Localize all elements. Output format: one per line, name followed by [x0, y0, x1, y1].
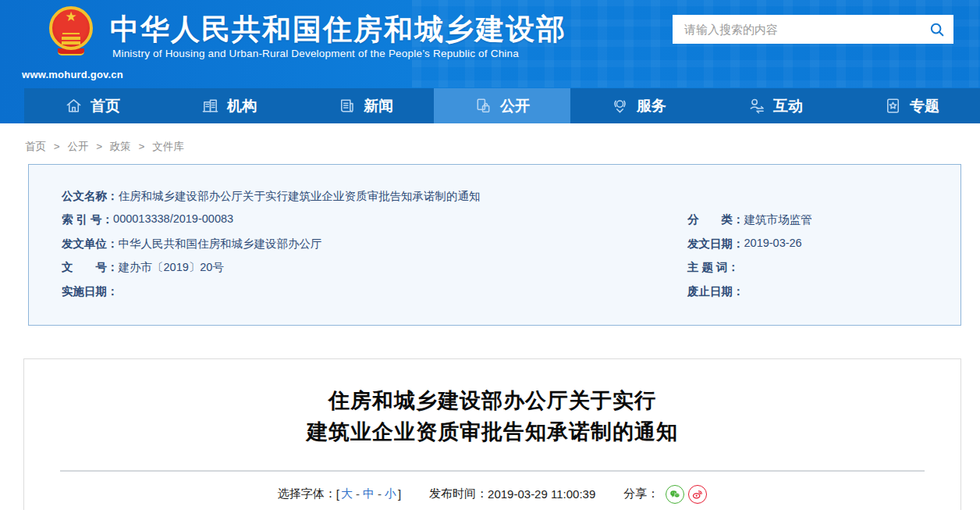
star-badge-icon	[884, 97, 902, 115]
emblem-stars: ★	[52, 10, 90, 24]
meta-value: 2019-03-26	[744, 237, 802, 251]
meta-row-index-category: 索 引 号： 000013338/2019-00083 分 类： 建筑市场监管	[62, 209, 960, 233]
font-size-large-link[interactable]: 大	[341, 487, 353, 501]
breadcrumb-home[interactable]: 首页	[25, 141, 46, 152]
share-label: 分享：	[623, 487, 659, 501]
font-size-medium-link[interactable]: 中	[363, 487, 375, 501]
meta-row-docnumber-keywords: 文 号： 建办市〔2019〕20号 主 题 词：	[62, 256, 960, 280]
site-url: www.mohurd.gov.cn	[22, 69, 123, 80]
site-title: 中华人民共和国住房和城乡建设部	[110, 10, 566, 49]
nav-tab-label: 互动	[773, 96, 803, 116]
meta-label: 分 类：	[687, 212, 744, 227]
meta-value: 住房和城乡建设部办公厅关于实行建筑业企业资质审批告知承诺制的通知	[119, 189, 481, 204]
national-emblem-logo[interactable]: ★	[47, 6, 95, 62]
search-input[interactable]	[673, 23, 921, 36]
publish-time-value: 2019-03-29 11:00:39	[488, 487, 595, 501]
breadcrumb-open[interactable]: 公开	[67, 141, 88, 152]
font-select-separator: -	[378, 487, 382, 501]
share-controls: 分享：	[623, 485, 707, 504]
share-wechat-button[interactable]	[666, 485, 684, 504]
site-header: ★ www.mohurd.gov.cn 中华人民共和国住房和城乡建设部 Mini…	[0, 0, 980, 123]
home-icon	[65, 97, 83, 115]
search-box	[673, 15, 953, 44]
nav-tab-label: 新闻	[364, 96, 393, 116]
meta-value: 建筑市场监管	[744, 212, 812, 227]
meta-row-effective-repeal: 实施日期： 废止日期：	[62, 280, 960, 304]
meta-label: 废止日期：	[687, 284, 744, 299]
document-title-line2: 建筑业企业资质审批告知承诺制的通知	[24, 416, 960, 447]
nav-tab-label: 公开	[500, 96, 530, 116]
font-select-bracket-open: [	[336, 487, 339, 501]
meta-label: 公文名称：	[62, 189, 119, 204]
building-icon	[201, 97, 219, 115]
meta-label: 索 引 号：	[62, 212, 113, 227]
breadcrumb-document-library[interactable]: 文件库	[152, 141, 184, 152]
document-toolbar: 选择字体： [ 大 - 中 - 小 ] 发布时间： 2019-03-29 11:…	[24, 485, 960, 504]
font-size-selector: 选择字体： [ 大 - 中 - 小 ]	[278, 487, 401, 501]
nav-tab-news[interactable]: 新闻	[297, 88, 434, 123]
font-size-small-link[interactable]: 小	[385, 487, 396, 501]
meta-label: 发文日期：	[687, 237, 744, 251]
font-select-bracket-close: ]	[398, 487, 401, 501]
breadcrumb: 首页 > 公开 > 政策 > 文件库	[0, 123, 980, 154]
nav-tab-label: 机构	[227, 96, 257, 116]
emblem-circle: ★	[49, 6, 93, 50]
site-subtitle-english: Ministry of Housing and Urban-Rural Deve…	[112, 48, 519, 59]
breadcrumb-separator: >	[139, 141, 145, 152]
weibo-icon	[691, 488, 704, 501]
nav-tab-label: 首页	[91, 96, 120, 116]
document-title-line1: 住房和城乡建设部办公厅关于实行	[24, 385, 960, 416]
document-content-card: 住房和城乡建设部办公厅关于实行 建筑业企业资质审批告知承诺制的通知 选择字体： …	[23, 358, 961, 510]
nav-tab-label: 服务	[637, 96, 666, 116]
breadcrumb-policy[interactable]: 政策	[110, 141, 131, 152]
nav-tab-home[interactable]: 首页	[24, 88, 161, 123]
nav-tab-topics[interactable]: 专题	[843, 88, 980, 123]
news-icon	[338, 97, 356, 115]
document-metadata-box: 公文名称： 住房和城乡建设部办公厅关于实行建筑业企业资质审批告知承诺制的通知 索…	[28, 164, 961, 326]
person-arrows-icon	[747, 97, 765, 115]
meta-label: 文 号：	[62, 260, 119, 275]
meta-label: 主 题 词：	[687, 260, 739, 275]
font-select-separator: -	[356, 487, 360, 501]
publish-time: 发布时间： 2019-03-29 11:00:39	[429, 487, 595, 501]
wechat-icon	[669, 488, 681, 501]
meta-row-document-name: 公文名称： 住房和城乡建设部办公厅关于实行建筑业企业资质审批告知承诺制的通知	[62, 184, 960, 209]
breadcrumb-separator: >	[96, 141, 102, 152]
font-select-label: 选择字体：	[278, 487, 336, 501]
nav-tab-services[interactable]: 服务	[570, 88, 707, 123]
document-title: 住房和城乡建设部办公厅关于实行 建筑业企业资质审批告知承诺制的通知	[24, 385, 960, 447]
documents-lock-icon	[474, 97, 492, 115]
breadcrumb-separator: >	[54, 141, 60, 152]
publish-time-label: 发布时间：	[429, 487, 488, 501]
emblem-gate	[62, 37, 80, 40]
meta-label: 发文单位：	[62, 237, 119, 251]
main-navigation: 首页 机构 新闻 公开	[24, 88, 980, 123]
nav-tab-interaction[interactable]: 互动	[707, 88, 843, 123]
meta-row-issuer-date: 发文单位： 中华人民共和国住房和城乡建设部办公厅 发文日期： 2019-03-2…	[62, 232, 960, 256]
meta-label: 实施日期：	[62, 284, 119, 299]
search-icon	[929, 21, 946, 38]
service-agent-icon	[611, 97, 629, 115]
nav-tab-label: 专题	[910, 96, 939, 116]
meta-value: 中华人民共和国住房和城乡建设部办公厅	[119, 237, 322, 251]
search-button[interactable]	[921, 15, 953, 44]
meta-value: 000013338/2019-00083	[113, 212, 233, 227]
title-divider	[60, 470, 925, 472]
nav-tab-organization[interactable]: 机构	[161, 88, 297, 123]
meta-value: 建办市〔2019〕20号	[119, 260, 224, 275]
nav-tab-open-information[interactable]: 公开	[434, 88, 570, 123]
share-weibo-button[interactable]	[688, 485, 707, 504]
